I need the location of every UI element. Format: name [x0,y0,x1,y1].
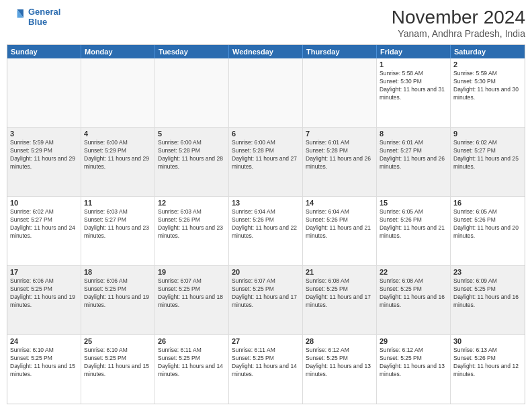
calendar-cell: 22Sunrise: 6:08 AM Sunset: 5:25 PM Dayli… [377,266,451,334]
cell-info: Sunrise: 6:05 AM Sunset: 5:26 PM Dayligh… [453,208,522,240]
cell-info: Sunrise: 6:01 AM Sunset: 5:28 PM Dayligh… [306,139,373,171]
day-number: 22 [380,268,447,276]
day-number: 24 [10,337,78,345]
calendar-cell: 29Sunrise: 6:12 AM Sunset: 5:25 PM Dayli… [377,335,451,404]
cell-info: Sunrise: 6:03 AM Sunset: 5:26 PM Dayligh… [158,208,226,240]
cell-info: Sunrise: 6:11 AM Sunset: 5:25 PM Dayligh… [232,347,300,379]
cell-info: Sunrise: 6:00 AM Sunset: 5:29 PM Dayligh… [84,139,152,171]
day-number: 14 [306,199,373,207]
day-number: 16 [453,199,522,207]
day-number: 28 [306,337,373,345]
cell-info: Sunrise: 6:12 AM Sunset: 5:25 PM Dayligh… [380,347,447,379]
cell-info: Sunrise: 6:03 AM Sunset: 5:27 PM Dayligh… [84,208,152,240]
day-number: 29 [380,337,447,345]
calendar-cell [155,58,229,127]
calendar-cell: 25Sunrise: 6:10 AM Sunset: 5:25 PM Dayli… [81,335,155,404]
calendar-row: 1Sunrise: 5:58 AM Sunset: 5:30 PM Daylig… [7,58,525,128]
day-number: 26 [158,337,226,345]
cell-info: Sunrise: 5:58 AM Sunset: 5:30 PM Dayligh… [380,70,447,102]
cell-info: Sunrise: 6:05 AM Sunset: 5:26 PM Dayligh… [380,208,447,240]
cell-info: Sunrise: 6:13 AM Sunset: 5:26 PM Dayligh… [453,347,522,379]
calendar-cell [229,58,303,127]
cell-info: Sunrise: 6:12 AM Sunset: 5:25 PM Dayligh… [306,347,373,379]
logo: General Blue [7,7,60,27]
day-number: 11 [84,199,152,207]
calendar-header: SundayMondayTuesdayWednesdayThursdayFrid… [7,45,525,58]
cell-info: Sunrise: 6:11 AM Sunset: 5:25 PM Dayligh… [158,347,226,379]
day-number: 9 [453,130,522,138]
calendar-row: 24Sunrise: 6:10 AM Sunset: 5:25 PM Dayli… [7,335,525,404]
cell-info: Sunrise: 6:09 AM Sunset: 5:25 PM Dayligh… [453,277,522,310]
day-number: 18 [84,268,152,276]
day-number: 12 [158,199,226,207]
day-number: 3 [10,130,78,138]
calendar-cell: 21Sunrise: 6:08 AM Sunset: 5:25 PM Dayli… [303,266,377,334]
calendar-body: 1Sunrise: 5:58 AM Sunset: 5:30 PM Daylig… [7,58,525,404]
cell-info: Sunrise: 6:07 AM Sunset: 5:25 PM Dayligh… [158,277,226,310]
day-number: 27 [232,337,300,345]
logo-icon [7,7,26,26]
calendar-cell: 24Sunrise: 6:10 AM Sunset: 5:25 PM Dayli… [7,335,81,404]
header: General Blue November 2024 Yanam, Andhra… [7,7,525,39]
weekday-header: Sunday [7,45,81,58]
cell-info: Sunrise: 6:10 AM Sunset: 5:25 PM Dayligh… [10,347,78,379]
day-number: 19 [158,268,226,276]
calendar-cell: 12Sunrise: 6:03 AM Sunset: 5:26 PM Dayli… [155,197,229,265]
day-number: 8 [380,130,447,138]
calendar-cell: 10Sunrise: 6:02 AM Sunset: 5:27 PM Dayli… [7,197,81,265]
weekday-header: Monday [81,45,155,58]
calendar-cell: 26Sunrise: 6:11 AM Sunset: 5:25 PM Dayli… [155,335,229,404]
calendar-cell: 18Sunrise: 6:06 AM Sunset: 5:25 PM Dayli… [81,266,155,334]
calendar-row: 3Sunrise: 5:59 AM Sunset: 5:29 PM Daylig… [7,128,525,197]
day-number: 20 [232,268,300,276]
cell-info: Sunrise: 6:04 AM Sunset: 5:26 PM Dayligh… [232,208,300,240]
weekday-header: Thursday [303,45,377,58]
calendar-cell: 13Sunrise: 6:04 AM Sunset: 5:26 PM Dayli… [229,197,303,265]
cell-info: Sunrise: 6:08 AM Sunset: 5:25 PM Dayligh… [306,277,373,310]
cell-info: Sunrise: 6:08 AM Sunset: 5:25 PM Dayligh… [380,277,447,310]
cell-info: Sunrise: 6:00 AM Sunset: 5:28 PM Dayligh… [232,139,300,171]
day-number: 15 [380,199,447,207]
cell-info: Sunrise: 6:02 AM Sunset: 5:27 PM Dayligh… [453,139,522,171]
day-number: 2 [453,60,522,68]
day-number: 21 [306,268,373,276]
weekday-header: Friday [377,45,451,58]
calendar-row: 10Sunrise: 6:02 AM Sunset: 5:27 PM Dayli… [7,197,525,266]
title-block: November 2024 Yanam, Andhra Pradesh, Ind… [392,7,525,39]
day-number: 17 [10,268,78,276]
cell-info: Sunrise: 5:59 AM Sunset: 5:30 PM Dayligh… [453,70,522,102]
day-number: 4 [84,130,152,138]
calendar-cell: 3Sunrise: 5:59 AM Sunset: 5:29 PM Daylig… [7,128,81,196]
cell-info: Sunrise: 6:01 AM Sunset: 5:27 PM Dayligh… [380,139,447,171]
logo-text: General Blue [28,7,60,27]
calendar-cell: 11Sunrise: 6:03 AM Sunset: 5:27 PM Dayli… [81,197,155,265]
calendar-cell: 14Sunrise: 6:04 AM Sunset: 5:26 PM Dayli… [303,197,377,265]
calendar-cell: 17Sunrise: 6:06 AM Sunset: 5:25 PM Dayli… [7,266,81,334]
day-number: 5 [158,130,226,138]
day-number: 7 [306,130,373,138]
calendar-cell: 9Sunrise: 6:02 AM Sunset: 5:27 PM Daylig… [451,128,525,196]
day-number: 25 [84,337,152,345]
cell-info: Sunrise: 6:02 AM Sunset: 5:27 PM Dayligh… [10,208,78,240]
calendar-cell: 7Sunrise: 6:01 AM Sunset: 5:28 PM Daylig… [303,128,377,196]
weekday-header: Saturday [451,45,525,58]
calendar: SundayMondayTuesdayWednesdayThursdayFrid… [7,44,525,404]
calendar-cell: 27Sunrise: 6:11 AM Sunset: 5:25 PM Dayli… [229,335,303,404]
page: General Blue November 2024 Yanam, Andhra… [0,0,532,411]
cell-info: Sunrise: 6:00 AM Sunset: 5:28 PM Dayligh… [158,139,226,171]
calendar-cell [303,58,377,127]
day-number: 30 [453,337,522,345]
calendar-cell: 6Sunrise: 6:00 AM Sunset: 5:28 PM Daylig… [229,128,303,196]
calendar-cell: 30Sunrise: 6:13 AM Sunset: 5:26 PM Dayli… [451,335,525,404]
cell-info: Sunrise: 6:04 AM Sunset: 5:26 PM Dayligh… [306,208,373,240]
calendar-cell: 2Sunrise: 5:59 AM Sunset: 5:30 PM Daylig… [451,58,525,127]
location: Yanam, Andhra Pradesh, India [392,28,525,39]
weekday-header: Wednesday [229,45,303,58]
calendar-cell: 4Sunrise: 6:00 AM Sunset: 5:29 PM Daylig… [81,128,155,196]
cell-info: Sunrise: 6:06 AM Sunset: 5:25 PM Dayligh… [84,277,152,310]
weekday-header: Tuesday [155,45,229,58]
calendar-cell [7,58,81,127]
day-number: 1 [380,60,447,68]
calendar-cell: 5Sunrise: 6:00 AM Sunset: 5:28 PM Daylig… [155,128,229,196]
month-title: November 2024 [392,7,525,28]
